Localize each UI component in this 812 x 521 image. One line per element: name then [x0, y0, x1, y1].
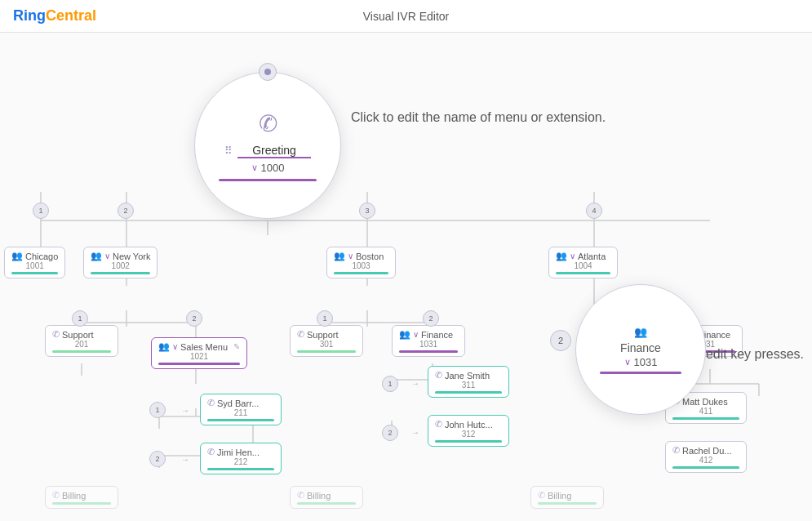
- boston-bar: [334, 272, 388, 274]
- john-hutch-name: ✆ John Hutc...: [435, 419, 502, 430]
- greeting-top-dot: [259, 63, 277, 81]
- logo-central: Central: [46, 7, 96, 24]
- john-hutch-icon: ✆: [435, 419, 442, 430]
- key-1-chicago: 1: [33, 203, 49, 219]
- new-york-node[interactable]: 👥 ∨ New York 1002: [83, 247, 158, 278]
- jane-smith-ext: 311: [435, 381, 502, 390]
- finance-circle-ext-row: ∨ 1031: [624, 356, 658, 368]
- jimi-hen-name: ✆ Jimi Hen...: [207, 447, 274, 457]
- greeting-group-icon: ⠿: [224, 145, 233, 157]
- sales-menu-bar: [158, 363, 240, 365]
- arrow-jimi: →: [181, 455, 189, 464]
- support-201-ext: 201: [52, 340, 111, 349]
- support-301-ext: 301: [297, 340, 356, 349]
- key-2-boston-finance: 2: [423, 310, 439, 327]
- finance-circle-icon: 👥: [634, 326, 647, 338]
- billing-mid-icon: ✆: [297, 490, 304, 501]
- key-2-jimi: 2: [149, 451, 166, 467]
- rachel-du-ext: 412: [672, 456, 739, 465]
- sales-menu-ext: 1021: [158, 352, 240, 361]
- finance-circle-node[interactable]: 👥 Finance ∨ 1031: [575, 284, 706, 415]
- tooltip-text: Click to edit the name of menu or extens…: [351, 110, 606, 124]
- jimi-hen-ext: 212: [207, 457, 274, 466]
- greeting-node[interactable]: ✆ ⠿ ∨ 1000: [194, 72, 341, 219]
- support-201-bar: [52, 350, 111, 353]
- finance-circle-ext: 1031: [634, 356, 658, 368]
- canvas: ✆ ✆ ⠿ ∨ 1000 Click to edit the name of m…: [0, 33, 812, 521]
- sales-menu-name: 👥 ∨ Sales Menu ✎: [158, 341, 240, 352]
- greeting-name-input[interactable]: [237, 144, 311, 158]
- syd-barr-name: ✆ Syd Barr...: [207, 398, 274, 408]
- billing-right-icon: ✆: [538, 490, 545, 501]
- boston-icon: 👥: [334, 251, 345, 261]
- support-301-name: ✆ Support: [297, 329, 356, 340]
- support-301-node[interactable]: ✆ Support 301: [290, 325, 363, 357]
- greeting-ext-row: ∨ 1000: [251, 162, 285, 174]
- billing-mid-node[interactable]: ✆ Billing: [290, 486, 363, 509]
- finance-1031-bar: [399, 350, 458, 353]
- arrow-jane: →: [411, 379, 419, 388]
- support-301-icon: ✆: [297, 329, 304, 340]
- chicago-node[interactable]: 👥 Chicago 1001: [4, 247, 65, 278]
- new-york-bar: [91, 272, 150, 274]
- greeting-bar: [219, 179, 317, 181]
- atlanta-bar: [556, 272, 610, 274]
- jane-smith-bar: [435, 391, 502, 394]
- syd-barr-bar: [207, 419, 274, 421]
- arrow-syd: →: [181, 406, 189, 415]
- billing-mid-name: ✆ Billing: [297, 490, 356, 501]
- finance-1031-ext: 1031: [399, 340, 458, 349]
- greeting-chevron[interactable]: ∨: [251, 163, 258, 173]
- jane-smith-node[interactable]: ✆ Jane Smith 311: [428, 366, 509, 398]
- logo: RingCentral: [13, 7, 96, 24]
- edit-icon[interactable]: ✎: [233, 342, 240, 351]
- finance-circle-bar: [600, 372, 681, 374]
- atlanta-icon: 👥: [556, 251, 567, 261]
- new-york-ext: 1002: [91, 261, 150, 270]
- finance-1031-name: 👥 ∨ Finance: [399, 329, 458, 340]
- greeting-input-row: ⠿: [224, 144, 311, 158]
- atlanta-node[interactable]: 👥 ∨ Atlanta 1004: [548, 247, 618, 278]
- key-2-ny-sales: 2: [186, 310, 202, 327]
- finance-1031-icon: 👥: [399, 329, 410, 340]
- jane-smith-icon: ✆: [435, 370, 442, 381]
- rachel-du-node[interactable]: ✆ Rachel Du... 412: [665, 441, 747, 473]
- finance-circle-name: Finance: [620, 341, 661, 354]
- key-2-john: 2: [382, 425, 398, 441]
- billing-left-name: ✆ Billing: [52, 490, 111, 501]
- boston-node[interactable]: 👥 ∨ Boston 1003: [326, 247, 396, 278]
- john-hutch-bar: [435, 440, 502, 443]
- jimi-hen-bar: [207, 468, 274, 470]
- syd-barr-ext: 211: [207, 408, 274, 417]
- jane-smith-name: ✆ Jane Smith: [435, 370, 502, 381]
- new-york-icon: 👥: [91, 251, 102, 261]
- new-york-name: 👥 ∨ New York: [91, 251, 150, 261]
- syd-barr-node[interactable]: ✆ Syd Barr... 211: [200, 394, 282, 425]
- key-4-atlanta: 4: [586, 203, 602, 219]
- finance-1031-node[interactable]: 👥 ∨ Finance 1031: [392, 325, 465, 357]
- billing-left-node[interactable]: ✆ Billing: [45, 486, 118, 509]
- header: RingCentral Visual IVR Editor: [0, 0, 812, 33]
- john-hutch-ext: 312: [435, 430, 502, 439]
- finance-circle-name-row: Finance: [620, 341, 661, 354]
- finance-circle-chevron[interactable]: ∨: [624, 357, 631, 367]
- greeting-phone-icon: ✆: [259, 110, 277, 137]
- john-hutch-node[interactable]: ✆ John Hutc... 312: [428, 415, 509, 447]
- header-title: Visual IVR Editor: [363, 10, 450, 23]
- support-201-icon: ✆: [52, 329, 60, 340]
- support-301-bar: [297, 350, 356, 353]
- billing-right-node[interactable]: ✆ Billing: [530, 486, 604, 509]
- jimi-hen-icon: ✆: [207, 447, 215, 457]
- chicago-icon: 👥: [11, 251, 23, 261]
- key-3-boston: 3: [359, 203, 375, 219]
- key-1-ny-support: 1: [72, 310, 88, 327]
- matt-dukes-ext: 411: [672, 407, 739, 416]
- support-201-node[interactable]: ✆ Support 201: [45, 325, 118, 357]
- matt-dukes-bar: [672, 417, 739, 420]
- jimi-hen-node[interactable]: ✆ Jimi Hen... 212: [200, 443, 282, 474]
- chicago-ext: 1001: [11, 261, 58, 270]
- boston-name: 👥 ∨ Boston: [334, 251, 388, 261]
- rachel-du-bar: [672, 466, 739, 469]
- boston-ext: 1003: [334, 261, 388, 270]
- sales-menu-node[interactable]: 👥 ∨ Sales Menu ✎ 1021: [151, 337, 247, 369]
